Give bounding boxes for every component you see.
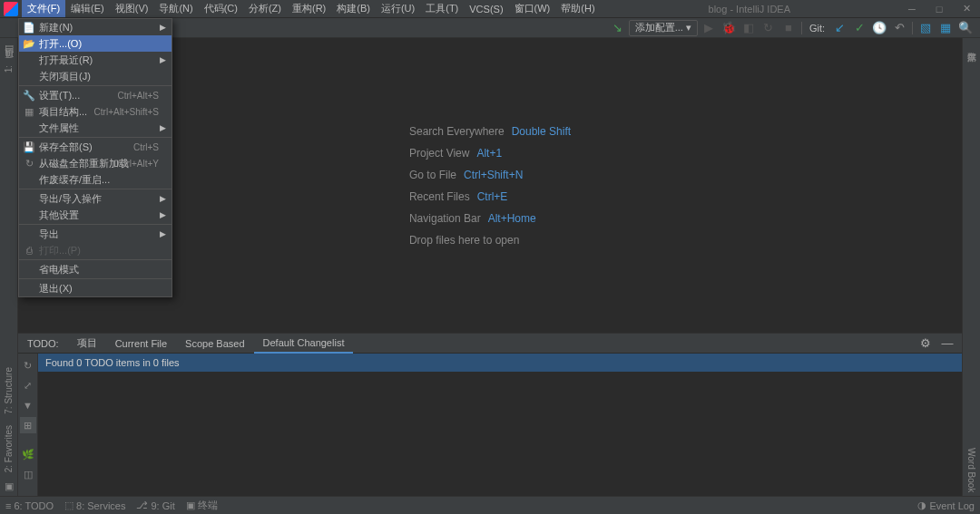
- minimize-button[interactable]: ─: [898, 0, 926, 18]
- todo-found-message: Found 0 TODO items in 0 files: [38, 354, 962, 372]
- sidebar-project[interactable]: 1:项目: [1, 62, 17, 76]
- right-toolwindow-bar: 数据库 Word Book: [962, 38, 980, 496]
- window-split-icon[interactable]: ▧: [916, 19, 935, 37]
- menu-item-8[interactable]: 运行(U): [376, 0, 420, 17]
- menu-item-12[interactable]: 帮助(H): [555, 0, 600, 17]
- file-menu-item-17: ⎙打印...(P): [19, 242, 172, 258]
- sidebar-database[interactable]: 数据库: [964, 42, 980, 49]
- menu-item-label: 导出/导入操作: [39, 192, 102, 206]
- file-menu-item-19[interactable]: 省电模式: [19, 261, 172, 277]
- run-icon[interactable]: ▶: [700, 19, 718, 37]
- todo-side-toolbar: ↻ ⤢ ▼ ⊞ 🌿 ◫: [18, 354, 38, 496]
- menu-item-label: 设置(T)...: [39, 89, 80, 102]
- menu-item-4[interactable]: 代码(C): [199, 0, 243, 17]
- todo-refresh-icon[interactable]: ↻: [20, 357, 36, 373]
- todo-tab-3[interactable]: Default Changelist: [254, 334, 354, 354]
- stop-icon[interactable]: ■: [779, 19, 798, 37]
- git-history-icon[interactable]: 🕓: [870, 19, 888, 37]
- file-menu-item-0[interactable]: 📄新建(N)▶: [19, 19, 172, 35]
- menu-item-6[interactable]: 重构(R): [287, 0, 331, 17]
- menu-item-7[interactable]: 构建(B): [331, 0, 376, 17]
- todo-hide-icon[interactable]: —: [938, 335, 956, 353]
- menu-item-icon: 📂: [23, 38, 35, 50]
- status-event-log[interactable]: ◑ Event Log: [917, 499, 975, 511]
- file-menu-item-10[interactable]: ↻从磁盘全部重新加载Ctrl+Alt+Y: [19, 155, 172, 171]
- status-item-2[interactable]: ⎇9: Git: [136, 499, 174, 512]
- todo-preview-icon[interactable]: ◫: [20, 466, 36, 482]
- file-menu-item-13[interactable]: 导出/导入操作▶: [19, 190, 172, 207]
- left-toolwindow-bar: ▤ 1:项目 7: Structure 2: Favorites ▣: [0, 38, 18, 496]
- menu-item-3[interactable]: 导航(N): [153, 0, 198, 17]
- menu-item-0[interactable]: 文件(F): [22, 0, 65, 17]
- todo-tab-2[interactable]: Scope Based: [176, 334, 253, 354]
- menu-item-label: 省电模式: [39, 263, 79, 276]
- submenu-arrow-icon: ▶: [160, 123, 166, 132]
- todo-filter-icon[interactable]: ▼: [20, 397, 36, 413]
- todo-tab-0[interactable]: 项目: [68, 334, 106, 354]
- debug-icon[interactable]: 🐞: [720, 19, 738, 37]
- hint-row-0: Search EverywhereDouble Shift: [409, 125, 571, 138]
- git-revert-icon[interactable]: ↶: [890, 19, 908, 37]
- todo-group-icon[interactable]: ⊞: [20, 417, 36, 433]
- window-title: blog - IntelliJ IDEA: [601, 4, 898, 15]
- coverage-icon[interactable]: ◧: [740, 19, 758, 37]
- status-item-3[interactable]: ▣终端: [186, 499, 218, 512]
- file-menu-item-5[interactable]: 🔧设置(T)...Ctrl+Alt+S: [19, 87, 172, 103]
- file-menu-item-2[interactable]: 打开最近(R)▶: [19, 52, 172, 68]
- submenu-arrow-icon: ▶: [160, 23, 166, 32]
- menu-separator: [19, 189, 172, 189]
- file-menu-item-11[interactable]: 作废缓存/重启...: [19, 171, 172, 188]
- file-menu-item-7[interactable]: 文件属性▶: [19, 120, 172, 136]
- sidebar-structure[interactable]: 7: Structure: [2, 364, 15, 418]
- menu-item-5[interactable]: 分析(Z): [243, 0, 287, 17]
- profile-icon[interactable]: ↻: [760, 19, 778, 37]
- project-tool-icon[interactable]: ▤: [1, 40, 17, 56]
- todo-panel: TODO: 项目Current FileScope BasedDefault C…: [18, 333, 962, 496]
- status-item-0[interactable]: ≡6: TODO: [5, 499, 54, 512]
- file-menu-item-16[interactable]: 导出▶: [19, 226, 172, 242]
- git-update-icon[interactable]: ↙: [830, 19, 848, 37]
- search-icon[interactable]: 🔍: [956, 19, 975, 37]
- submenu-arrow-icon: ▶: [160, 229, 166, 238]
- menu-separator: [19, 85, 172, 86]
- menu-item-label: 从磁盘全部重新加载: [39, 157, 129, 170]
- menu-item-9[interactable]: 工具(T): [420, 0, 464, 17]
- hint-row-3: Recent FilesCtrl+E: [409, 190, 571, 203]
- close-button[interactable]: ✕: [953, 0, 980, 18]
- file-menu-item-14[interactable]: 其他设置▶: [19, 207, 172, 223]
- submenu-arrow-icon: ▶: [160, 210, 166, 219]
- menu-separator: [19, 278, 172, 279]
- todo-expand-icon[interactable]: ⤢: [20, 377, 36, 393]
- menu-item-2[interactable]: 视图(V): [110, 0, 154, 17]
- menu-item-icon: ▦: [23, 106, 35, 118]
- todo-header: TODO: 项目Current FileScope BasedDefault C…: [18, 334, 962, 354]
- todo-settings-icon[interactable]: ⚙: [916, 335, 935, 353]
- build-icon[interactable]: ↘: [609, 19, 627, 37]
- bottom-toolwindows-icon[interactable]: ▣: [1, 478, 17, 494]
- todo-content: Found 0 TODO items in 0 files: [38, 354, 962, 496]
- todo-tree-icon[interactable]: 🌿: [20, 446, 36, 462]
- hint-row-2: Go to FileCtrl+Shift+N: [409, 169, 571, 181]
- file-menu-item-6[interactable]: ▦项目结构...Ctrl+Alt+Shift+S: [19, 103, 172, 120]
- menu-item-icon: 📄: [23, 22, 35, 34]
- hint-shortcut: Double Shift: [512, 125, 571, 138]
- run-config-dropdown[interactable]: 添加配置... ▾: [629, 20, 698, 36]
- git-commit-icon[interactable]: ✓: [850, 19, 868, 37]
- file-menu-item-1[interactable]: 📂打开...(O): [19, 35, 172, 52]
- menu-item-11[interactable]: 窗口(W): [509, 0, 556, 17]
- status-item-1[interactable]: ⬚8: Services: [64, 499, 125, 512]
- menu-item-1[interactable]: 编辑(E): [65, 0, 110, 17]
- menu-item-10[interactable]: VCS(S): [464, 0, 508, 17]
- hint-shortcut: Ctrl+E: [477, 190, 508, 203]
- sidebar-wordbook[interactable]: Word Book: [965, 444, 978, 496]
- menu-bar: 文件(F)编辑(E)视图(V)导航(N)代码(C)分析(Z)重构(R)构建(B)…: [22, 0, 601, 17]
- hint-text: Go to File: [409, 169, 456, 181]
- file-menu-item-21[interactable]: 退出(X): [19, 280, 172, 296]
- window-mode-icon[interactable]: ▦: [936, 19, 955, 37]
- file-menu-item-3[interactable]: 关闭项目(J): [19, 68, 172, 84]
- sidebar-favorites[interactable]: 2: Favorites: [2, 422, 15, 476]
- todo-tab-1[interactable]: Current File: [106, 334, 176, 354]
- hint-text: Project View: [409, 147, 469, 160]
- maximize-button[interactable]: □: [926, 0, 953, 18]
- file-menu-item-9[interactable]: 💾保存全部(S)Ctrl+S: [19, 139, 172, 155]
